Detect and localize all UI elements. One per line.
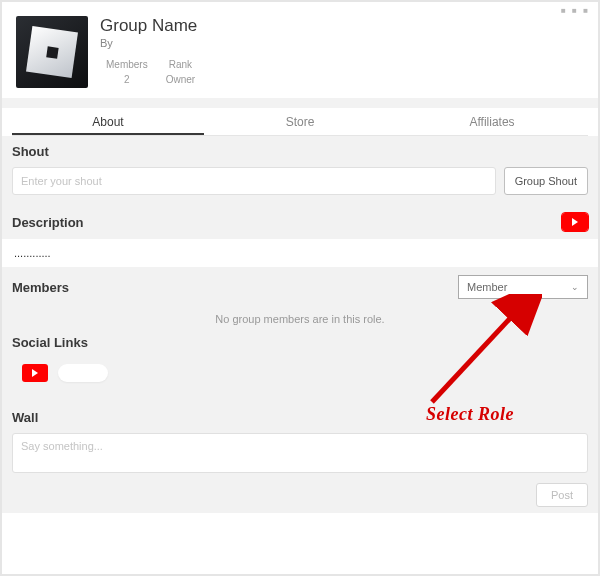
- wall-section: Wall Post: [2, 402, 598, 513]
- members-label: Members: [106, 59, 148, 70]
- shout-title: Shout: [12, 144, 588, 159]
- social-youtube-icon[interactable]: [22, 364, 48, 382]
- tabs: About Store Affiliates: [12, 108, 588, 136]
- group-shout-button[interactable]: Group Shout: [504, 167, 588, 195]
- description-body: ............: [2, 239, 598, 267]
- youtube-icon[interactable]: [562, 213, 588, 231]
- description-title: Description: [12, 215, 84, 230]
- group-header: Group Name By Members 2 Rank Owner: [12, 10, 588, 98]
- description-section: Description ............: [2, 205, 598, 267]
- social-link-pill[interactable]: [58, 364, 108, 382]
- wall-input[interactable]: [12, 433, 588, 473]
- members-title: Members: [12, 280, 69, 295]
- wall-title: Wall: [12, 410, 588, 425]
- group-title: Group Name: [100, 16, 197, 36]
- more-menu-icon[interactable]: ■ ■ ■: [561, 6, 590, 15]
- members-section: Members Member ⌄ No group members are in…: [2, 267, 598, 402]
- role-select[interactable]: Member ⌄: [458, 275, 588, 299]
- tab-about[interactable]: About: [12, 108, 204, 135]
- members-value: 2: [106, 74, 148, 85]
- shout-input[interactable]: [12, 167, 496, 195]
- rank-value: Owner: [166, 74, 195, 85]
- divider: [2, 98, 598, 108]
- tab-affiliates[interactable]: Affiliates: [396, 108, 588, 135]
- chevron-down-icon: ⌄: [571, 282, 579, 292]
- tab-store[interactable]: Store: [204, 108, 396, 135]
- shout-section: Shout Group Shout: [2, 136, 598, 205]
- group-by-label: By: [100, 37, 197, 49]
- group-logo[interactable]: [16, 16, 88, 88]
- members-empty-text: No group members are in this role.: [12, 299, 588, 335]
- social-title: Social Links: [12, 335, 588, 350]
- post-button[interactable]: Post: [536, 483, 588, 507]
- rank-label: Rank: [166, 59, 195, 70]
- role-selected-label: Member: [467, 281, 507, 293]
